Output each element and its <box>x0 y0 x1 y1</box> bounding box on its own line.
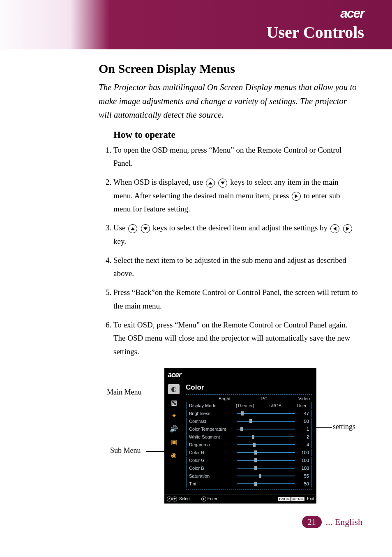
osd-row-label: Color G <box>189 458 233 463</box>
osd-slider <box>237 444 295 445</box>
osd-row: Saturation55 <box>186 472 312 480</box>
osd-row: White Segment2 <box>186 433 312 441</box>
label-exit: Exit <box>307 497 314 501</box>
osd-row-label: Contrast <box>189 419 233 424</box>
osd-row: Brightness47 <box>186 410 312 417</box>
osd-logo: acer <box>168 371 181 379</box>
intro-text: The Projector has multilingual On Screen… <box>99 81 359 122</box>
sidebar-image-icon: ▧ <box>169 398 179 407</box>
page-number: 21 <box>302 516 322 528</box>
step-6: To exit OSD, press “Menu” on the Remote … <box>113 318 359 358</box>
osd-bottom-bar: Select Enter BACK MENU Exit <box>164 494 316 504</box>
label-select: Select <box>179 497 191 501</box>
osd-row-label: Saturation <box>189 473 233 478</box>
osd-row: Color B100 <box>186 464 312 472</box>
osd-sidebar: ◐ ▧ ✦ 🔊 ▣ ◉ <box>164 382 183 494</box>
right-icon <box>343 224 352 233</box>
osd-slider <box>237 421 295 422</box>
osd-figure: Main Menu Sub Menu settings acer ◐ ▧ ✦ 🔊… <box>99 368 359 492</box>
osd-value: 100 <box>298 458 309 463</box>
osd-row-label: Color Temperature <box>189 427 233 432</box>
brand-logo: acer <box>340 6 364 21</box>
osd-slider <box>237 483 295 484</box>
page-content: On Screen Display Menus The Projector ha… <box>99 62 359 492</box>
page-header: acer User Controls <box>0 0 392 49</box>
callout-main-menu: Main Menu <box>107 388 142 397</box>
osd-row-label: Display Mode <box>189 403 233 408</box>
osd-value: 1 <box>298 427 309 432</box>
osd-slider <box>237 468 295 469</box>
nav-down-icon <box>172 497 177 501</box>
callout-sub-menu: Sub Menu <box>110 446 141 455</box>
step-4: Select the next item to be adjusted in t… <box>113 254 359 281</box>
howto-title: How to operate <box>113 130 359 140</box>
step-1: To open the OSD menu, press “Menu” on th… <box>113 144 359 170</box>
header-title: User Controls <box>267 23 364 42</box>
up-icon <box>206 179 215 188</box>
osd-row-label: Brightness <box>189 411 233 416</box>
osd-row-label: White Segment <box>189 434 233 439</box>
osd-value: 47 <box>298 411 309 416</box>
step-2: When OSD is displayed, use keys to selec… <box>113 176 359 216</box>
nav-up-icon <box>167 497 172 501</box>
step-3: Use keys to select the desired item and … <box>113 221 359 248</box>
osd-slider <box>237 436 295 437</box>
osd-row: Contrast50 <box>186 418 312 425</box>
down-icon <box>141 224 150 233</box>
osd-row: Tint50 <box>186 480 312 487</box>
sidebar-management-icon: ✦ <box>169 411 179 420</box>
key-menu: MENU <box>291 497 305 501</box>
sidebar-timer-icon: ▣ <box>169 438 179 447</box>
step-5: Press “Back”on the Remote Control or Con… <box>113 286 359 313</box>
page-footer: 21 ... English <box>302 516 362 528</box>
osd-row: Color Temperature1 <box>186 425 312 433</box>
osd-row-label: Tint <box>189 481 233 486</box>
osd-slider <box>237 452 295 453</box>
label-enter: Enter <box>208 497 217 501</box>
left-icon <box>330 224 339 233</box>
osd-title: Color <box>186 383 312 392</box>
osd-slider <box>237 413 295 414</box>
osd-row: Color R100 <box>186 449 312 456</box>
sidebar-audio-icon: 🔊 <box>169 425 179 434</box>
down-icon <box>218 179 227 188</box>
osd-row-label: Color R <box>189 450 233 455</box>
osd-value: 4 <box>298 442 309 447</box>
osd-row-label: Color B <box>189 466 233 471</box>
steps-list: To open the OSD menu, press “Menu” on th… <box>102 144 359 358</box>
section-title: On Screen Display Menus <box>99 62 359 76</box>
osd-value: 50 <box>298 481 309 486</box>
osd-value: 55 <box>298 473 309 478</box>
right-icon <box>292 192 301 201</box>
osd-slider <box>237 476 295 476</box>
osd-value: 50 <box>298 419 309 424</box>
osd-row: Display Mode[Theater]sRGBUser <box>186 402 312 409</box>
osd-slider <box>237 429 295 429</box>
osd-value: 2 <box>298 434 309 439</box>
callout-settings: settings <box>333 422 355 431</box>
osd-panel: Color BrightPCVideo Display Mode[Theater… <box>183 382 316 494</box>
osd-value: 100 <box>298 450 309 455</box>
sidebar-color-icon: ◐ <box>168 384 180 394</box>
nav-enter-icon <box>201 497 206 501</box>
key-back: BACK <box>278 497 291 501</box>
language-label: ... English <box>326 517 362 527</box>
sidebar-language-icon: ◉ <box>169 451 179 460</box>
osd-row-label: Degamma <box>189 442 233 447</box>
osd-screenshot: acer ◐ ▧ ✦ 🔊 ▣ ◉ Color BrightPCVideo Dis <box>164 368 316 504</box>
osd-value: 100 <box>298 466 309 471</box>
up-icon <box>128 224 137 233</box>
osd-row: Color G100 <box>186 457 312 464</box>
osd-slider <box>237 460 295 461</box>
osd-row: Degamma4 <box>186 441 312 448</box>
